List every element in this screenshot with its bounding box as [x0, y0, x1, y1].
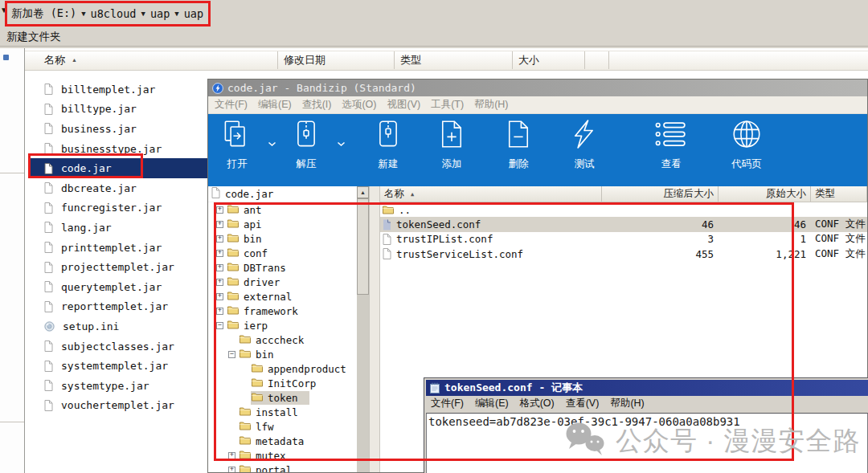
sort-ascending-icon: ▲	[411, 191, 414, 198]
file-name: printtemplet.jar	[61, 242, 162, 254]
tree-node-content: portal	[239, 463, 303, 473]
tree-node[interactable]: +portal	[208, 463, 357, 472]
add-file-icon	[436, 120, 468, 152]
bandizip-menu-bar: 文件(F)编辑(E)查找(I)选项(O)视图(V)工具(T)帮助(H)	[208, 96, 867, 114]
toolbar-button-delete[interactable]: 删除	[493, 120, 544, 171]
document-icon	[44, 143, 53, 154]
file-name: business.jar	[61, 123, 137, 135]
document-icon	[44, 104, 53, 115]
document-icon	[211, 187, 220, 201]
document-icon	[44, 262, 53, 273]
file-name: vouchertemplet.jar	[61, 399, 174, 411]
column-header-size[interactable]: 大小	[513, 51, 585, 69]
test-lightning-icon	[568, 120, 600, 152]
window-title: code.jar - Bandizip (Standard)	[227, 82, 416, 94]
chevron-down-icon[interactable]	[263, 141, 280, 147]
document-icon	[44, 380, 53, 391]
menu-item[interactable]: 帮助(H)	[474, 98, 508, 112]
toolbar-button-open[interactable]: 打开	[211, 120, 263, 171]
archive-item-type	[811, 202, 867, 217]
scroll-up-icon[interactable]: ▲	[357, 186, 369, 198]
toolbar-button-label: 测试	[575, 157, 595, 171]
new-folder-button[interactable]: 新建文件夹	[6, 30, 61, 44]
column-header-date[interactable]: 修改日期	[278, 51, 395, 69]
tree-node-label: portal	[256, 464, 292, 473]
file-name: systemtemplet.jar	[61, 360, 168, 372]
column-header-type[interactable]: 类型	[395, 51, 513, 69]
menu-item[interactable]: 查找(I)	[302, 98, 332, 112]
divider	[0, 173, 24, 173]
file-name: lang.jar	[61, 222, 112, 234]
toolbar-button-codepage[interactable]: 代码页	[721, 120, 772, 171]
document-icon	[44, 202, 53, 214]
column-header-label: 修改日期	[284, 51, 326, 69]
menu-item[interactable]: 选项(O)	[342, 98, 376, 112]
toolbar-button-view[interactable]: 查看	[645, 120, 697, 171]
column-header-name[interactable]: 名称▲	[380, 186, 602, 202]
menu-item[interactable]: 工具(T)	[431, 98, 464, 112]
file-name: dbcreate.jar	[61, 182, 137, 194]
document-icon	[44, 361, 53, 372]
file-name: systemtype.jar	[61, 380, 149, 392]
annotation-box-breadcrumb	[5, 1, 211, 27]
document-icon	[44, 340, 53, 352]
document-icon	[44, 84, 53, 95]
expand-plus-icon[interactable]: +	[228, 467, 235, 473]
nav-tree-glyph-icon	[3, 55, 9, 60]
sort-ascending-icon: ▲	[72, 51, 77, 69]
file-name: setup.ini	[63, 320, 119, 332]
column-header-type[interactable]: 类型	[811, 186, 867, 202]
toolbar-button-test[interactable]: 测试	[559, 120, 610, 171]
document-icon	[44, 301, 53, 312]
toolbar-button-label: 代码页	[731, 157, 762, 171]
wechat-icon	[564, 421, 606, 461]
extract-archive-icon	[290, 120, 322, 152]
toolbar-button-label: 查看	[661, 157, 682, 171]
archive-list-headers: 名称▲压缩后大小原始大小类型	[380, 186, 867, 202]
watermark-text: 公众号 · 漫漫安全路	[616, 423, 860, 459]
file-name: funcregister.jar	[61, 202, 162, 214]
document-icon	[44, 123, 53, 134]
toolbar-button-add[interactable]: 添加	[426, 120, 477, 171]
menu-item[interactable]: 编辑(E)	[258, 98, 292, 112]
menu-item[interactable]: 文件(F)	[215, 98, 248, 112]
column-header-original[interactable]: 原始大小	[719, 186, 811, 202]
file-name: subjectclasses.jar	[61, 340, 174, 353]
chevron-down-icon[interactable]	[332, 141, 350, 147]
toolbar-button-label: 添加	[442, 157, 462, 171]
toolbar-button-label: 删除	[509, 157, 529, 171]
folder-icon	[240, 464, 251, 473]
watermark: 公众号 · 漫漫安全路	[564, 421, 860, 461]
archive-root-label: code.jar	[225, 188, 273, 200]
file-name: querytemplet.jar	[61, 281, 162, 293]
column-header-name[interactable]: 名称▲	[25, 51, 278, 69]
file-name: projecttemplet.jar	[61, 261, 174, 273]
explorer-nav-pane	[0, 48, 25, 473]
explorer-column-headers: 名称▲修改日期类型大小	[25, 51, 868, 71]
document-icon	[44, 182, 53, 194]
column-header-label: 名称	[384, 187, 404, 201]
column-header-label: 名称	[44, 51, 65, 69]
column-header-label: 大小	[518, 51, 539, 69]
archive-root-row[interactable]: code.jar	[208, 186, 357, 202]
toolbar-button-label: 新建	[379, 157, 399, 171]
column-header-compressed[interactable]: 压缩后大小	[602, 186, 719, 202]
archive-item-type: CONF 文件	[811, 247, 867, 261]
new-archive-icon	[372, 120, 404, 152]
toolbar-button-label: 解压	[297, 157, 317, 171]
toolbar-button-new[interactable]: 新建	[362, 120, 414, 171]
file-name: billtemplet.jar	[61, 84, 155, 96]
delete-file-icon	[502, 120, 534, 152]
bandizip-title-bar[interactable]: code.jar - Bandizip (Standard)	[208, 80, 867, 96]
annotation-box-codejar	[28, 153, 143, 178]
toolbar-button-extract[interactable]: 解压	[280, 120, 332, 171]
menu-item[interactable]: 视图(V)	[387, 98, 421, 112]
divider	[0, 46, 868, 47]
view-list-icon	[653, 120, 689, 152]
divider	[0, 422, 24, 422]
document-icon	[44, 281, 53, 292]
open-archive-icon	[221, 120, 253, 152]
archive-item-type: CONF 文件	[811, 217, 867, 231]
archive-item-type: CONF 文件	[811, 232, 867, 247]
toolbar-button-label: 打开	[227, 157, 248, 171]
